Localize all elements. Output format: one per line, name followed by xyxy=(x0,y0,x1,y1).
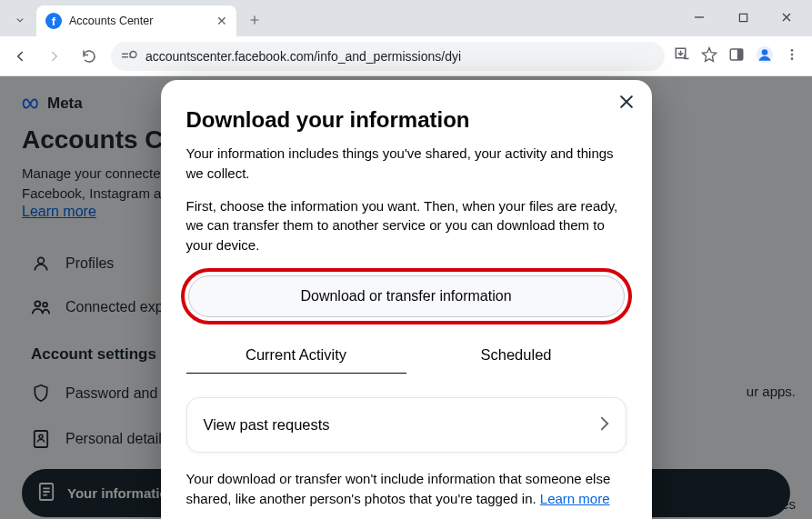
install-app-icon[interactable] xyxy=(674,46,690,66)
svg-rect-8 xyxy=(737,49,743,60)
modal-paragraph: First, choose the information you want. … xyxy=(186,196,627,255)
new-tab-button[interactable] xyxy=(242,7,267,33)
forward-button[interactable] xyxy=(42,44,67,69)
menu-icon[interactable] xyxy=(785,47,799,65)
svg-rect-4 xyxy=(129,54,131,55)
close-window-button[interactable] xyxy=(767,4,807,31)
chevron-right-icon xyxy=(600,414,609,435)
close-icon xyxy=(617,93,636,111)
svg-point-12 xyxy=(791,53,794,55)
tab-scheduled[interactable]: Scheduled xyxy=(406,337,627,374)
modal-paragraph: Your information includes things you've … xyxy=(186,144,627,184)
window-controls xyxy=(679,4,812,36)
svg-point-10 xyxy=(762,49,768,55)
svg-rect-5 xyxy=(129,56,131,57)
tab-title: Accounts Center xyxy=(69,15,209,27)
card-title: View past requests xyxy=(204,416,330,434)
bookmark-icon[interactable] xyxy=(701,46,717,66)
tab-search-dropdown[interactable] xyxy=(7,7,33,33)
chevron-down-icon xyxy=(14,14,26,26)
reload-button[interactable] xyxy=(76,44,102,69)
address-bar[interactable]: accountscenter.facebook.com/info_and_per… xyxy=(111,42,665,71)
view-past-requests-card[interactable]: View past requests xyxy=(186,397,627,453)
footnote-learn-more-link[interactable]: Learn more xyxy=(540,491,610,506)
back-button[interactable] xyxy=(7,44,33,69)
toolbar-actions xyxy=(674,45,805,67)
svg-point-13 xyxy=(791,57,794,60)
download-or-transfer-button[interactable]: Download or transfer information xyxy=(188,275,625,317)
browser-tab[interactable]: f Accounts Center ✕ xyxy=(36,5,236,36)
profile-icon[interactable] xyxy=(756,45,774,67)
svg-rect-2 xyxy=(122,56,128,57)
facebook-favicon: f xyxy=(45,13,62,29)
modal-footnote: Your download or transfer won't include … xyxy=(186,469,627,509)
svg-rect-0 xyxy=(739,14,747,21)
svg-rect-1 xyxy=(122,54,128,55)
close-icon[interactable]: ✕ xyxy=(216,14,227,28)
download-info-modal: Download your information Your informati… xyxy=(161,80,652,519)
close-modal-button[interactable] xyxy=(617,93,636,116)
url-text: accountscenter.facebook.com/info_and_per… xyxy=(145,49,461,64)
browser-toolbar: accountscenter.facebook.com/info_and_per… xyxy=(0,36,812,76)
minimize-button[interactable] xyxy=(679,4,719,31)
side-panel-icon[interactable] xyxy=(728,46,745,66)
browser-titlebar: f Accounts Center ✕ xyxy=(0,0,812,36)
modal-tabs: Current Activity Scheduled xyxy=(186,337,627,374)
modal-title: Download your information xyxy=(186,107,627,133)
tab-current-activity[interactable]: Current Activity xyxy=(186,337,406,374)
site-settings-icon[interactable] xyxy=(122,48,138,64)
plus-icon xyxy=(248,14,261,26)
page-viewport: Meta Accounts Center Manage your connect… xyxy=(0,76,812,519)
maximize-button[interactable] xyxy=(723,4,763,31)
highlight-annotation: Download or transfer information xyxy=(181,268,632,324)
svg-point-11 xyxy=(791,49,794,52)
